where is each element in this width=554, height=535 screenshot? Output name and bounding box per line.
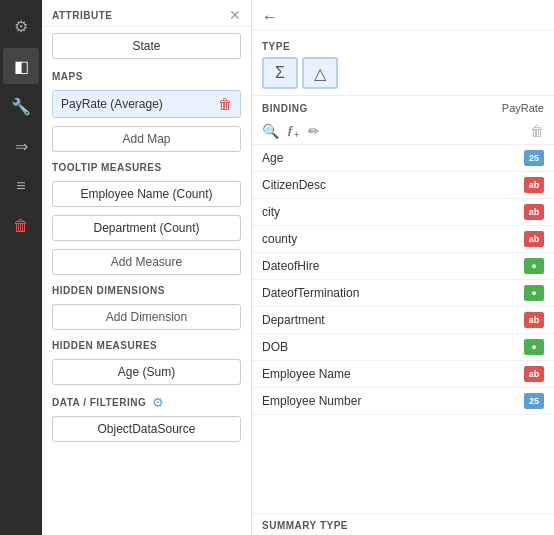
right-panel: ← TYPE Σ △ BINDING PayRate 🔍 ƒ+ ✏ 🗑 Age … [252,0,554,535]
wrench-icon[interactable]: 🔧 [3,88,39,124]
binding-row-age[interactable]: Age 25 [252,145,554,172]
badge-department: ab [524,312,544,328]
binding-row-citizendesc[interactable]: CitizenDesc ab [252,172,554,199]
badge-citizendesc: ab [524,177,544,193]
tooltip-item-1[interactable]: Employee Name (Count) [52,181,241,207]
type-label: TYPE [262,41,290,52]
attribute-label: ATTRIBUTE [52,10,112,21]
search-icon[interactable]: 🔍 [262,123,279,139]
map-item[interactable]: PayRate (Average) 🗑 [52,90,241,118]
attribute-value: State [52,33,241,59]
data-filtering-gear-icon[interactable]: ⚙ [152,395,164,410]
data-filtering-row: DATA / FILTERING ⚙ [42,389,251,414]
hidden-dim-label: HIDDEN DIMENSIONS [42,279,251,300]
binding-row-city[interactable]: city ab [252,199,554,226]
binding-row-employee-number[interactable]: Employee Number 25 [252,388,554,415]
delta-symbol: △ [314,64,326,83]
arrow-icon[interactable]: ⇒ [3,128,39,164]
type-sum-button[interactable]: Σ [262,57,298,89]
sum-symbol: Σ [275,64,285,82]
datasource-item[interactable]: ObjectDataSource [52,416,241,442]
binding-row-department[interactable]: Department ab [252,307,554,334]
trash-icon[interactable]: 🗑 [3,208,39,244]
maps-label: MAPS [42,65,251,86]
add-measure-button[interactable]: Add Measure [52,249,241,275]
binding-value: PayRate [502,102,544,114]
badge-employee-number: 25 [524,393,544,409]
layers-icon[interactable]: ◧ [3,48,39,84]
binding-row-dob[interactable]: DOB ● [252,334,554,361]
function-icon[interactable]: ƒ+ [287,122,300,140]
summary-type-label: SUMMARY TYPE [252,513,554,535]
delete-map-icon[interactable]: 🗑 [218,96,232,112]
binding-label: BINDING [262,103,308,114]
delete-binding-icon[interactable]: 🗑 [530,123,544,139]
binding-toolbar: 🔍 ƒ+ ✏ 🗑 [252,118,554,145]
type-section: TYPE Σ △ [252,31,554,96]
hidden-measures-label: HIDDEN MEASURES [42,334,251,355]
tooltip-item-2[interactable]: Department (Count) [52,215,241,241]
badge-age: 25 [524,150,544,166]
add-dimension-button[interactable]: Add Dimension [52,304,241,330]
type-buttons: Σ △ [262,57,544,89]
badge-county: ab [524,231,544,247]
bar-chart-icon[interactable]: ≡ [3,168,39,204]
binding-header: BINDING PayRate [252,96,554,118]
add-map-button[interactable]: Add Map [52,126,241,152]
binding-row-dateoftermination[interactable]: DateofTermination ● [252,280,554,307]
attribute-header: ATTRIBUTE ✕ [42,0,251,27]
edit-icon[interactable]: ✏ [308,123,320,139]
binding-row-county[interactable]: county ab [252,226,554,253]
hidden-measure-item-1[interactable]: Age (Sum) [52,359,241,385]
type-delta-button[interactable]: △ [302,57,338,89]
settings-icon[interactable]: ⚙ [3,8,39,44]
data-filtering-label: DATA / FILTERING [52,397,146,408]
badge-dateoftermination: ● [524,285,544,301]
badge-dateofhire: ● [524,258,544,274]
badge-employee-name: ab [524,366,544,382]
binding-row-dateofhire[interactable]: DateofHire ● [252,253,554,280]
left-panel: ATTRIBUTE ✕ State MAPS PayRate (Average)… [42,0,252,535]
right-panel-top: ← [252,0,554,31]
binding-list: Age 25 CitizenDesc ab city ab county ab … [252,145,554,513]
close-button[interactable]: ✕ [229,8,241,22]
binding-row-employee-name[interactable]: Employee Name ab [252,361,554,388]
badge-dob: ● [524,339,544,355]
map-item-label: PayRate (Average) [61,97,163,111]
badge-city: ab [524,204,544,220]
sidebar: ⚙ ◧ 🔧 ⇒ ≡ 🗑 [0,0,42,535]
back-arrow-icon[interactable]: ← [262,8,278,26]
tooltip-label: TOOLTIP MEASURES [42,156,251,177]
